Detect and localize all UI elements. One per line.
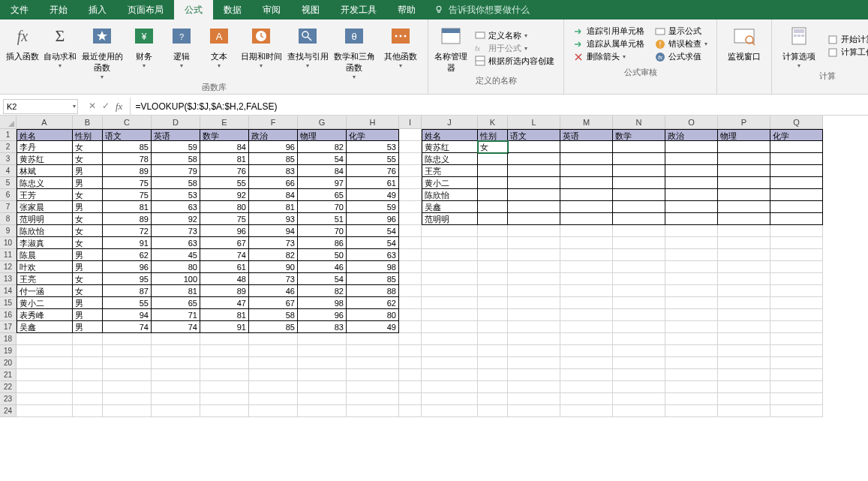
cell[interactable] (478, 261, 508, 273)
cell[interactable] (200, 345, 249, 357)
tell-me[interactable]: 告诉我你想要做什么 (426, 0, 537, 20)
cell[interactable] (478, 345, 508, 357)
cell[interactable]: 49 (347, 189, 399, 201)
col-header[interactable]: Q (770, 116, 823, 129)
cell[interactable] (508, 165, 560, 177)
cell[interactable]: 46 (298, 261, 347, 273)
cell[interactable] (17, 369, 73, 381)
cell[interactable] (478, 249, 508, 261)
cell[interactable] (718, 345, 770, 357)
cell[interactable]: 范明明 (17, 213, 73, 225)
cell[interactable]: 语文 (508, 129, 560, 141)
cell[interactable]: 81 (200, 309, 249, 321)
cell[interactable] (613, 237, 665, 249)
cell[interactable] (508, 345, 560, 357)
cell[interactable]: 54 (347, 225, 399, 237)
cell[interactable]: 黄苏红 (17, 153, 73, 165)
cell[interactable] (613, 405, 665, 417)
cell[interactable]: 96 (103, 261, 152, 273)
cell[interactable] (718, 165, 770, 177)
cell[interactable] (718, 189, 770, 201)
cell[interactable] (422, 297, 478, 309)
cell[interactable] (422, 309, 478, 321)
cell[interactable]: 94 (249, 225, 298, 237)
cell[interactable] (152, 393, 200, 405)
cell[interactable]: 45 (152, 249, 200, 261)
cell[interactable] (73, 357, 103, 369)
cell[interactable]: 98 (347, 261, 399, 273)
cell[interactable] (152, 357, 200, 369)
cell[interactable] (770, 321, 823, 333)
cell[interactable]: 80 (152, 261, 200, 273)
tab-开发工具[interactable]: 开发工具 (330, 0, 387, 20)
cell[interactable] (508, 333, 560, 345)
cell[interactable] (508, 237, 560, 249)
cell[interactable]: 李淑真 (17, 237, 73, 249)
cell[interactable]: 81 (103, 201, 152, 213)
cell[interactable]: 97 (298, 177, 347, 189)
cell[interactable]: 付一涵 (17, 285, 73, 297)
cell[interactable]: 46 (249, 285, 298, 297)
cell[interactable] (478, 369, 508, 381)
cell[interactable] (770, 261, 823, 273)
cell[interactable]: 61 (200, 261, 249, 273)
cell[interactable] (770, 309, 823, 321)
cell[interactable]: 英语 (560, 129, 613, 141)
cell[interactable]: 63 (152, 237, 200, 249)
row-header[interactable]: 10 (0, 237, 17, 249)
cell[interactable] (665, 297, 718, 309)
cell[interactable] (665, 261, 718, 273)
cell[interactable] (613, 345, 665, 357)
cell[interactable] (560, 189, 613, 201)
cell[interactable] (478, 237, 508, 249)
chevron-down-icon[interactable]: ▾ (73, 103, 76, 110)
cell[interactable]: 政治 (249, 129, 298, 141)
cell[interactable]: 91 (103, 237, 152, 249)
cell[interactable] (665, 177, 718, 189)
row-header[interactable]: 9 (0, 225, 17, 237)
cell[interactable]: 48 (200, 273, 249, 285)
row-header[interactable]: 21 (0, 369, 17, 381)
cell[interactable] (508, 357, 560, 369)
cell[interactable] (73, 333, 103, 345)
cell[interactable]: 98 (298, 297, 347, 309)
cell[interactable]: 85 (249, 153, 298, 165)
cell[interactable] (422, 237, 478, 249)
cell[interactable]: 数学 (200, 129, 249, 141)
cell[interactable] (613, 189, 665, 201)
cell[interactable] (718, 357, 770, 369)
cell[interactable] (508, 249, 560, 261)
cell[interactable]: 76 (347, 165, 399, 177)
error-check-button[interactable]: !错误检查 ▾ (655, 38, 707, 50)
tab-数据[interactable]: 数据 (213, 0, 252, 20)
cell[interactable] (103, 333, 152, 345)
cell[interactable]: 语文 (103, 129, 152, 141)
row-header[interactable]: 20 (0, 357, 17, 369)
cell[interactable] (770, 177, 823, 189)
cell[interactable]: 女 (73, 285, 103, 297)
cell[interactable]: 50 (298, 249, 347, 261)
cell[interactable] (347, 369, 399, 381)
cell[interactable] (560, 249, 613, 261)
cell[interactable]: 林斌 (17, 165, 73, 177)
cell[interactable]: 73 (249, 273, 298, 285)
cell[interactable] (422, 405, 478, 417)
cell[interactable] (200, 369, 249, 381)
cell[interactable] (613, 141, 665, 153)
cell[interactable]: 58 (152, 153, 200, 165)
cell[interactable]: 96 (200, 225, 249, 237)
cell[interactable] (200, 393, 249, 405)
use-in-formula-button[interactable]: fx用于公式 ▾ (475, 43, 554, 54)
cell[interactable] (560, 381, 613, 393)
cell[interactable]: 63 (347, 249, 399, 261)
cell[interactable]: 陈欣怡 (17, 225, 73, 237)
cell[interactable] (718, 309, 770, 321)
cell[interactable] (347, 345, 399, 357)
cell[interactable] (508, 213, 560, 225)
cell[interactable] (770, 189, 823, 201)
calc-options-button[interactable]: 计算选项▾ (776, 23, 821, 69)
cell[interactable]: 陈欣怡 (422, 189, 478, 201)
row-header[interactable]: 3 (0, 153, 17, 165)
tab-审阅[interactable]: 审阅 (252, 0, 291, 20)
cell[interactable] (665, 309, 718, 321)
